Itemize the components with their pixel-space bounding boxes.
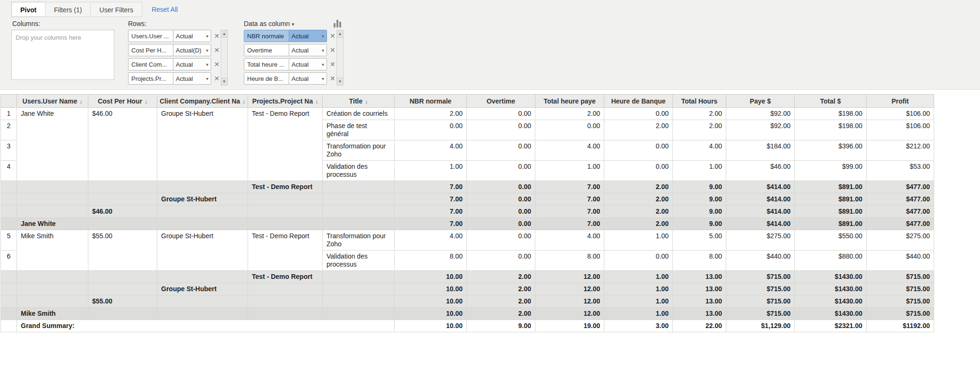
subtotal-row: $46.007.000.007.002.009.00$414.00$891.00… — [1, 206, 934, 218]
cell: 0.00 — [467, 251, 535, 271]
cell: Validation des processus — [323, 161, 395, 181]
data-as-column-dropdown[interactable]: Data as column▾ — [244, 20, 294, 27]
column-header[interactable]: Projects.Project Na↓ — [248, 95, 323, 108]
chevron-down-icon: ▾ — [206, 34, 208, 39]
columns-drop-zone[interactable]: Drop your columns here — [11, 30, 114, 80]
rows-section-label: Rows: — [128, 20, 146, 27]
sort-descending-icon[interactable]: ↓ — [315, 98, 318, 105]
cell: $184.00 — [726, 140, 795, 161]
chevron-down-icon: ▾ — [206, 48, 208, 53]
column-header: Profit — [867, 95, 934, 108]
cell — [157, 295, 248, 308]
sort-descending-icon[interactable]: ↓ — [242, 98, 245, 105]
column-header-label: Cost Per Hour — [98, 97, 142, 105]
sort-descending-icon[interactable]: ↓ — [365, 98, 368, 105]
cell — [88, 218, 157, 230]
cell: $46.00 — [726, 161, 795, 181]
cell: 7.00 — [535, 206, 604, 218]
subtotal-row: Test - Demo Report10.002.0012.001.0013.0… — [1, 271, 934, 283]
cell: 0.00 — [467, 140, 535, 161]
cell: 10.00 — [395, 320, 467, 332]
reset-all-link[interactable]: Reset All — [142, 2, 178, 17]
cell — [17, 295, 88, 308]
scroll-down-icon[interactable]: ▼ — [221, 78, 227, 85]
cell — [323, 295, 395, 308]
sort-descending-icon[interactable]: ↓ — [79, 98, 82, 105]
cell: $891.00 — [795, 193, 867, 206]
column-header[interactable]: Client Company.Client Na↓ — [157, 95, 248, 108]
cell: 2.00 — [604, 206, 673, 218]
pivot-config-panel: Pivot Filters (1) User Filters Reset All… — [0, 0, 980, 90]
cell: 2.00 — [395, 108, 467, 120]
cell: 4 — [1, 161, 17, 181]
scroll-up-icon[interactable]: ▲ — [221, 30, 227, 38]
column-header: NBR normale — [395, 95, 467, 108]
remove-field-icon[interactable]: ✕ — [214, 75, 220, 82]
data-field-pill[interactable]: NBR normaleActual▾ — [244, 30, 327, 42]
cell: Groupe St-Hubert — [157, 108, 248, 181]
cell: $715.00 — [867, 271, 934, 283]
pivot-table-container: Users.User Name↓Cost Per Hour↓Client Com… — [0, 94, 934, 332]
remove-field-icon[interactable]: ✕ — [330, 47, 335, 53]
remove-field-icon[interactable]: ✕ — [330, 75, 335, 82]
tab-pivot[interactable]: Pivot — [11, 2, 45, 17]
column-header: Total heure paye — [535, 95, 604, 108]
data-field-pill[interactable]: Total heure ...Actual▾ — [244, 58, 327, 70]
cell: 6 — [1, 251, 17, 271]
data-field-pill[interactable]: OvertimeActual▾ — [244, 44, 327, 56]
rows-scrollbar[interactable]: ▲ ▼ — [221, 30, 228, 86]
remove-field-icon[interactable]: ✕ — [330, 33, 335, 39]
sort-descending-icon[interactable]: ↓ — [145, 98, 147, 105]
remove-field-icon[interactable]: ✕ — [214, 61, 220, 68]
remove-field-icon[interactable]: ✕ — [330, 61, 335, 68]
aggregate-select[interactable]: Actual▾ — [289, 73, 327, 84]
cell: 9.00 — [673, 193, 726, 206]
data-scrollbar[interactable]: ▲ ▼ — [336, 30, 344, 86]
cell — [157, 271, 248, 283]
cell: 8.00 — [395, 251, 467, 271]
remove-field-icon[interactable]: ✕ — [214, 47, 220, 53]
data-field-pill[interactable]: Heure de B...Actual▾ — [244, 72, 327, 85]
cell: $715.00 — [726, 283, 795, 295]
row-field-pill[interactable]: Client Com...Actual▾ — [128, 58, 211, 70]
chart-type-icon[interactable] — [334, 19, 345, 27]
cell: $92.00 — [726, 120, 795, 140]
column-header: Paye $ — [726, 95, 795, 108]
aggregate-select[interactable]: Actual▾ — [173, 59, 211, 70]
aggregate-select[interactable]: Actual▾ — [173, 30, 211, 42]
scroll-up-icon[interactable]: ▲ — [337, 30, 343, 38]
tab-user-filters[interactable]: User Filters — [90, 2, 142, 17]
aggregate-select[interactable]: Actual▾ — [289, 30, 327, 42]
cell: Mike Smith — [17, 308, 88, 320]
aggregate-select[interactable]: Actual▾ — [289, 44, 327, 56]
cell: $414.00 — [726, 218, 795, 230]
aggregate-select[interactable]: Actual▾ — [289, 59, 327, 70]
aggregate-select[interactable]: Actual(D)▾ — [173, 44, 211, 56]
cell — [323, 193, 395, 206]
cell: 7.00 — [395, 181, 467, 193]
cell: 12.00 — [535, 271, 604, 283]
field-label: Projects.Pr... — [129, 75, 173, 82]
column-header[interactable]: Cost Per Hour↓ — [88, 95, 157, 108]
tab-filters[interactable]: Filters (1) — [45, 2, 91, 17]
cell — [1, 295, 17, 308]
row-field-pill[interactable]: Cost Per H...Actual(D)▾ — [128, 44, 211, 56]
cell: $715.00 — [867, 308, 934, 320]
cell: Groupe St-Hubert — [157, 193, 248, 206]
cell: 0.00 — [467, 230, 535, 251]
cell: Transformation pour Zoho — [323, 140, 395, 161]
cell: 2 — [1, 120, 17, 140]
column-header-label: Title — [349, 97, 363, 105]
aggregate-select[interactable]: Actual▾ — [173, 73, 211, 84]
scroll-down-icon[interactable]: ▼ — [337, 78, 343, 85]
remove-field-icon[interactable]: ✕ — [214, 33, 220, 39]
row-field-pill[interactable]: Users.User ...Actual▾ — [128, 30, 211, 42]
row-field-pill[interactable]: Projects.Pr...Actual▾ — [128, 72, 211, 85]
column-header[interactable]: Title↓ — [323, 95, 395, 108]
header-row: Users.User Name↓Cost Per Hour↓Client Com… — [1, 95, 934, 108]
column-header[interactable]: Users.User Name↓ — [17, 95, 88, 108]
field-label: Users.User ... — [129, 33, 173, 40]
chevron-down-icon: ▾ — [322, 48, 324, 53]
cell: 0.00 — [467, 161, 535, 181]
cell: 0.00 — [395, 120, 467, 140]
